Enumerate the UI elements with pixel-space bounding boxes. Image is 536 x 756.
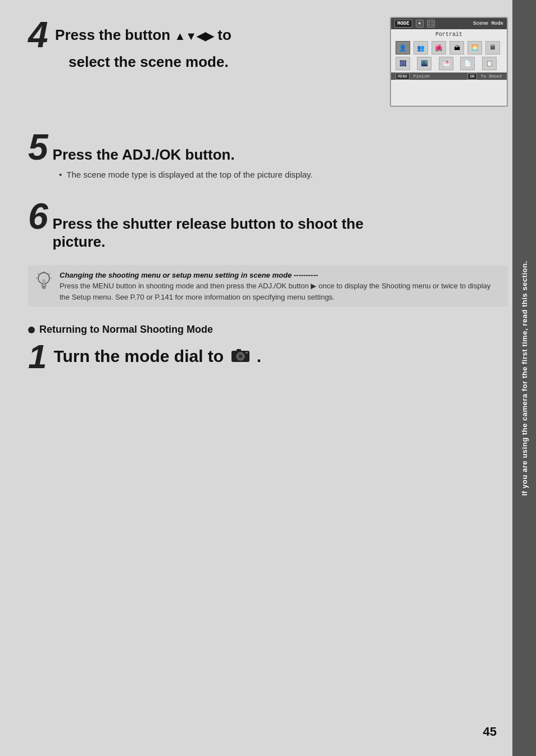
screen-dot1: ● (416, 20, 424, 28)
tip-content: Changing the shooting menu or setup menu… (60, 270, 501, 303)
scene-icon-3: 🌺 (431, 41, 446, 55)
scene-icon-5: 🌅 (467, 41, 482, 55)
side-text-label: If you are using the camera for the firs… (520, 260, 529, 495)
svg-line-5 (49, 273, 50, 274)
scene-icon-4: 🏔 (449, 41, 464, 55)
bullet-dot (28, 327, 35, 333)
screen-icons-row2: 🎆 🌃 🌁 📄 📋 (391, 57, 507, 73)
step5-section: 5 Press the ADJ./OK button. • The scene … (28, 129, 508, 182)
menu-btn: MENU (396, 73, 410, 80)
camera-icon (231, 348, 250, 367)
svg-rect-2 (42, 288, 46, 289)
svg-rect-15 (246, 352, 248, 354)
screen-mode: MODE (394, 20, 412, 28)
ok-btn: OK (467, 73, 476, 80)
finish-label: Finish (414, 74, 430, 79)
page-number: 45 (483, 725, 497, 739)
page-container: 4 Press the button ▲▼◀▶ to select the sc… (0, 0, 536, 756)
step1-return-row: 1 Turn the mode dial to . (28, 340, 508, 374)
step6-heading: Press the shutter release button to shoo… (53, 215, 364, 251)
step1-return-number: 1 (28, 340, 47, 374)
step5-bullet: • The scene mode type is displayed at th… (28, 169, 508, 182)
step5-number: 5 (28, 129, 48, 165)
returning-header: Returning to Normal Shooting Mode (28, 324, 508, 336)
svg-line-4 (38, 273, 39, 274)
side-text-banner: If you are using the camera for the firs… (512, 0, 536, 756)
step4-text: 4 Press the button ▲▼◀▶ to select the sc… (28, 17, 373, 76)
step5-heading-line: 5 Press the ADJ./OK button. (28, 129, 508, 165)
shoot-label: To Shoot (481, 74, 502, 79)
screen-footer-right: OK To Shoot (467, 74, 502, 79)
step4-section: 4 Press the button ▲▼◀▶ to select the sc… (28, 17, 508, 107)
scene-icon-7: 🎆 (396, 57, 410, 70)
step4-heading-line2: select the scene mode. (28, 53, 229, 71)
scene-icon-8: 🌃 (417, 57, 431, 70)
scene-icon-11: 📋 (482, 57, 497, 70)
step6-heading-line: 6 Press the shutter release button to sh… (28, 198, 508, 251)
step6-number: 6 (28, 198, 48, 234)
scene-icon-2: 👥 (414, 41, 428, 55)
svg-point-13 (238, 354, 243, 359)
step6-section: 6 Press the shutter release button to sh… (28, 198, 508, 251)
scene-icon-1: 👤 (396, 41, 410, 55)
svg-rect-14 (237, 349, 241, 351)
step4-number: 4 (28, 17, 48, 53)
camera-screen: MODE ● ⛶ Scene Mode Portrait 👤 👥 🌺 🏔 🌅 🏛 (390, 17, 508, 107)
tip-body: Press the MENU button in shooting mode a… (60, 282, 490, 301)
returning-label: Returning to Normal Shooting Mode (39, 324, 213, 336)
lightbulb-icon (35, 271, 53, 289)
screen-header: MODE ● ⛶ Scene Mode (391, 18, 507, 29)
screen-scene-mode: Scene Mode (473, 21, 503, 26)
screen-footer-left: MENU Finish (396, 74, 429, 79)
step4-heading: 4 Press the button ▲▼◀▶ to select the sc… (28, 17, 373, 71)
scene-icon-10: 📄 (460, 57, 475, 70)
step5-heading: Press the ADJ./OK button. (53, 146, 235, 164)
screen-portrait: Portrait (391, 29, 507, 39)
screen-footer: MENU Finish OK To Shoot (391, 73, 507, 80)
step4-heading-text: Press the button ▲▼◀▶ to (55, 26, 231, 43)
svg-rect-1 (42, 287, 46, 288)
scene-icon-9: 🌁 (439, 57, 453, 70)
tip-box: Changing the shooting menu or setup menu… (28, 265, 508, 307)
tip-title: Changing the shooting menu or setup menu… (60, 271, 318, 279)
screen-icons-row1: 👤 👥 🌺 🏔 🌅 🏛 (391, 39, 507, 57)
screen-dot2: ⛶ (427, 20, 435, 28)
step1-return-heading: Turn the mode dial to . (53, 347, 261, 367)
scene-icon-6: 🏛 (485, 41, 500, 55)
